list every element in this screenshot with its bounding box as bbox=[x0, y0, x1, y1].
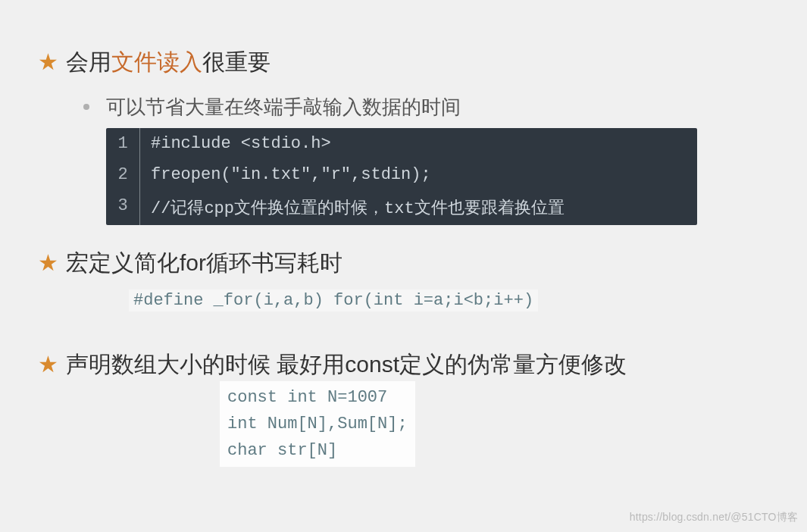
code-row-3: 3 //记得cpp文件换位置的时候，txt文件也要跟着换位置 bbox=[106, 190, 697, 225]
line-number-3: 3 bbox=[106, 190, 140, 225]
topic-const-array: ★ 声明数组大小的时候 最好用const定义的伪常量方便修改 const int… bbox=[38, 348, 769, 467]
line-number-1: 1 bbox=[106, 128, 140, 159]
topic3-header: ★ 声明数组大小的时候 最好用const定义的伪常量方便修改 bbox=[38, 348, 769, 381]
bullet-dot-icon bbox=[83, 104, 89, 110]
topic1-header: ★ 会用文件读入很重要 bbox=[38, 45, 769, 79]
topic3-title: 声明数组大小的时候 最好用const定义的伪常量方便修改 bbox=[66, 348, 769, 381]
topic1-title: 会用文件读入很重要 bbox=[66, 45, 769, 79]
line-number-2: 2 bbox=[106, 159, 140, 190]
slide-content: ★ 会用文件读入很重要 可以节省大量在终端手敲输入数据的时间 1 #includ… bbox=[0, 0, 807, 500]
topic1-bullet-text: 可以节省大量在终端手敲输入数据的时间 bbox=[106, 94, 461, 120]
topic1-title-highlight: 文件读入 bbox=[111, 49, 202, 74]
code-line-1: #include <stdio.h> bbox=[140, 128, 342, 159]
code-define-for: #define _for(i,a,b) for(int i=a;i<b;i++) bbox=[129, 289, 538, 311]
code-row-1: 1 #include <stdio.h> bbox=[106, 128, 697, 159]
topic1-title-pre: 会用 bbox=[66, 49, 111, 74]
code-row-2: 2 freopen("in.txt","r",stdin); bbox=[106, 159, 697, 190]
code-const-array: const int N=1007 int Num[N],Sum[N]; char… bbox=[220, 381, 415, 468]
star-icon: ★ bbox=[38, 246, 58, 280]
topic-define-for: ★ 宏定义简化for循环书写耗时 #define _for(i,a,b) for… bbox=[38, 246, 769, 330]
topic-file-input: ★ 会用文件读入很重要 可以节省大量在终端手敲输入数据的时间 1 #includ… bbox=[38, 45, 769, 225]
code-line-3: //记得cpp文件换位置的时候，txt文件也要跟着换位置 bbox=[140, 190, 575, 225]
code-block-freopen: 1 #include <stdio.h> 2 freopen("in.txt",… bbox=[106, 128, 697, 225]
code-line-2: freopen("in.txt","r",stdin); bbox=[140, 159, 442, 190]
watermark-text: https://blog.csdn.net/@51CTO博客 bbox=[630, 511, 798, 524]
topic1-title-post: 很重要 bbox=[202, 49, 271, 74]
topic1-bullet-row: 可以节省大量在终端手敲输入数据的时间 bbox=[83, 94, 769, 120]
topic2-header: ★ 宏定义简化for循环书写耗时 bbox=[38, 246, 769, 280]
star-icon: ★ bbox=[38, 348, 58, 381]
star-icon: ★ bbox=[38, 45, 58, 79]
topic2-title: 宏定义简化for循环书写耗时 bbox=[66, 246, 769, 280]
